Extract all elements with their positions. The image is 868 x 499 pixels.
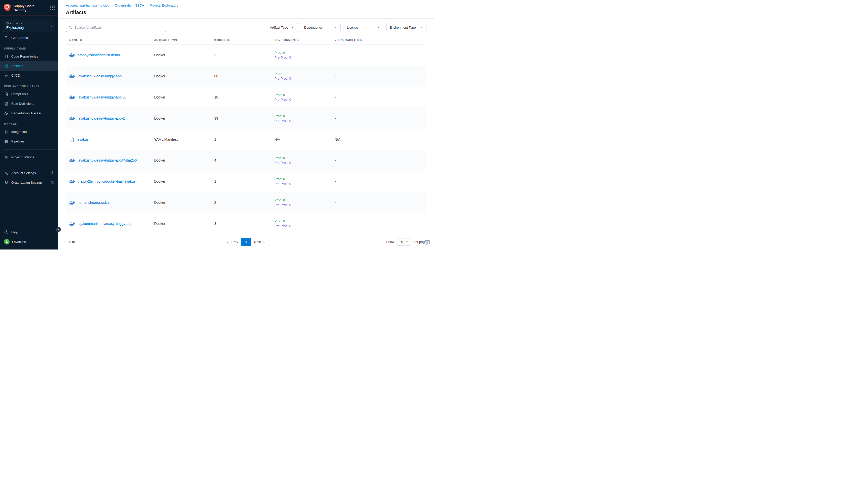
preprod-env-link[interactable]: Pre-Prod: 0 <box>274 56 335 59</box>
project-selector[interactable]: PROJECT Exploratory › <box>3 20 55 32</box>
prev-page-button[interactable]: ← Prev <box>223 238 241 246</box>
license-filter[interactable]: License <box>344 23 383 32</box>
vulnerabilities-cell: N/A <box>335 137 423 142</box>
breadcrumb-project-link[interactable]: Project: Exploratory <box>150 3 178 7</box>
sidebar-item-get-started[interactable]: Get Started <box>0 33 58 43</box>
artifact-name-link[interactable]: tejakummarikuntla/easy-buggy-app <box>78 222 132 226</box>
column-header-environments: ENVIRONMENTS <box>274 38 335 42</box>
sidebar-item-remediation-tracker[interactable]: Remediation Tracker <box>0 109 58 118</box>
sidebar-item-code-repositories[interactable]: Code Repositories <box>0 52 58 61</box>
ssca-shield-logo <box>3 3 11 12</box>
prod-env-link[interactable]: Prod: 0 <box>274 156 335 160</box>
preprod-env-link[interactable]: Pre-Prod: 0 <box>274 77 335 81</box>
prod-env-link[interactable]: Prod: 0 <box>274 93 335 97</box>
table-row[interactable]: lavakush07/easy-buggy-app@sha256 Docker … <box>66 150 426 171</box>
docker-icon <box>69 116 75 120</box>
digests-cell: 10 <box>214 95 274 99</box>
chevron-right-icon: › <box>112 3 112 7</box>
table-row[interactable]: lavakush07/easy-buggy-app-2 Docker 39 Pr… <box>66 108 426 129</box>
table-row[interactable]: trialpfv2hi.jfrog.io/docker-trial/lavaku… <box>66 171 426 192</box>
preprod-env-link[interactable]: Pre-Prod: 0 <box>274 182 335 186</box>
chat-help-button[interactable] <box>424 240 431 246</box>
chevron-right-icon: › <box>53 155 54 159</box>
prod-env-link[interactable]: Prod: 0 <box>274 219 335 223</box>
sidebar-item-label: Integrations <box>11 130 28 134</box>
page-1-button[interactable]: 1 <box>241 238 251 246</box>
module-title: Supply Chain Security <box>14 3 48 13</box>
environments-cell: Prod: 0 Pre-Prod: 0 <box>274 177 335 186</box>
prod-env-link[interactable]: Prod: 1 <box>274 72 335 76</box>
sidebar-item-label: Organization Settings <box>11 181 42 184</box>
prod-env-link[interactable]: Prod: 0 <box>274 51 335 54</box>
vulnerabilities-cell: - <box>335 200 423 205</box>
sidebar-item-rule-definitions[interactable]: Rule Definitions <box>0 99 58 109</box>
yaml-file-icon <box>69 137 74 142</box>
artifact-type-cell: Docker <box>154 95 214 99</box>
search-input[interactable] <box>74 26 163 29</box>
artifact-name-link[interactable]: lavakush07/easy-buggy-app@sha256 <box>78 158 137 162</box>
sidebar: Supply Chain Security PROJECT Explorator… <box>0 0 58 250</box>
sidebar-item-label: Code Repositories <box>11 54 38 58</box>
vulnerabilities-cell: - <box>335 179 423 183</box>
preprod-env-link[interactable]: Pre-Prod: 0 <box>274 98 335 101</box>
digests-cell: 2 <box>214 200 274 205</box>
cube-icon <box>4 64 9 68</box>
prod-env-link[interactable]: Prod: 0 <box>274 114 335 118</box>
chat-bubble-icon <box>424 240 431 246</box>
column-header-artifact-type: ARTIFACT TYPE <box>154 38 214 42</box>
breadcrumb-account-link[interactable]: Account: app-harness-ng-cicd <box>66 3 109 7</box>
artifact-name-link[interactable]: lavakush07/easy-buggy-app-2 <box>78 116 125 120</box>
table-row[interactable]: pranaycshah/todolist-demo Docker 2 Prod:… <box>66 45 426 65</box>
vulnerabilities-cell: - <box>335 116 423 120</box>
sort-icon[interactable]: ⇅ <box>79 38 82 42</box>
environment-type-filter[interactable]: Environment Type <box>386 23 426 32</box>
breadcrumb-organization-link[interactable]: Organization: SSCA <box>115 3 144 7</box>
sidebar-item-help[interactable]: ? Help <box>0 227 58 237</box>
info-icon[interactable]: ⓘ <box>51 171 54 175</box>
sidebar-item-pipelines[interactable]: Pipelines <box>0 137 58 146</box>
dependency-filter[interactable]: Dependency <box>301 23 340 32</box>
sidebar-header: Supply Chain Security <box>0 0 58 15</box>
artifact-name-link[interactable]: lavakush07/easy-buggy-app:v6 <box>78 95 126 99</box>
preprod-env-link[interactable]: Pre-Prod: 0 <box>274 161 335 165</box>
artifact-name-link[interactable]: lavakush07/easy-buggy-app <box>78 74 122 78</box>
column-header-vulnerabilities: VULNERABILITIES <box>335 38 423 42</box>
environments-cell: Prod: 0 Pre-Prod: 0 <box>274 198 335 207</box>
sidebar-item-compliance[interactable]: Compliance <box>0 89 58 99</box>
vulnerabilities-cell: - <box>335 95 423 99</box>
environments-cell: Prod: 0 Pre-Prod: 0 <box>274 93 335 101</box>
sidebar-item-artifacts[interactable]: Artifacts <box>0 61 58 71</box>
app-root: Supply Chain Security PROJECT Explorator… <box>0 0 434 250</box>
sidebar-item-cicd[interactable]: ∞ CI/CD <box>0 71 58 81</box>
user-menu[interactable]: L Lavakush <box>0 237 58 246</box>
table-row[interactable]: lavakush07/easy-buggy-app:v6 Docker 10 P… <box>66 87 426 108</box>
prod-env-link[interactable]: Prod: 0 <box>274 198 335 202</box>
chevron-down-icon <box>334 26 337 29</box>
artifact-type-filter[interactable]: Artifact Type <box>267 23 298 32</box>
environments-cell: Prod: 0 Pre-Prod: 0 <box>274 114 335 123</box>
info-icon[interactable]: ⓘ <box>51 180 54 185</box>
artifact-name-link[interactable]: lavakush <box>77 137 90 142</box>
sidebar-item-integrations[interactable]: Integrations <box>0 127 58 137</box>
page-size-select[interactable]: 20 <box>397 238 411 246</box>
collapse-icon: ◀ <box>58 228 59 231</box>
table-row[interactable]: tejakummarikuntla/easy-buggy-app Docker … <box>66 213 426 234</box>
artifact-name-link[interactable]: humanshuarora/slsa <box>78 200 110 205</box>
sidebar-item-organization-settings[interactable]: Organization Settings ⓘ <box>0 178 58 187</box>
prod-env-link[interactable]: Prod: 0 <box>274 177 335 181</box>
module-switcher-icon[interactable] <box>50 3 55 10</box>
table-row[interactable]: lavakush07/easy-buggy-app Docker 88 Prod… <box>66 65 426 87</box>
preprod-env-link[interactable]: Pre-Prod: 0 <box>274 119 335 123</box>
next-page-button[interactable]: Next → <box>251 238 270 246</box>
sidebar-item-project-settings[interactable]: ⚙ Project Settings › <box>0 153 58 162</box>
table-row[interactable]: lavakush YAML Manifest 1 N/A N/A <box>66 129 426 150</box>
artifact-name-link[interactable]: trialpfv2hi.jfrog.io/docker-trial/lavaku… <box>78 179 137 183</box>
sidebar-bottom: ? Help L Lavakush <box>0 225 58 250</box>
table-row[interactable]: humanshuarora/slsa Docker 2 Prod: 0 Pre-… <box>66 192 426 213</box>
artifact-name-link[interactable]: pranaycshah/todolist-demo <box>78 53 120 57</box>
preprod-env-link[interactable]: Pre-Prod: 0 <box>274 224 335 228</box>
person-icon <box>4 171 9 175</box>
sidebar-item-account-settings[interactable]: Account Settings ⓘ <box>0 168 58 178</box>
preprod-env-link[interactable]: Pre-Prod: 0 <box>274 203 335 207</box>
sidebar-collapse-button[interactable]: ◀ <box>56 227 61 232</box>
